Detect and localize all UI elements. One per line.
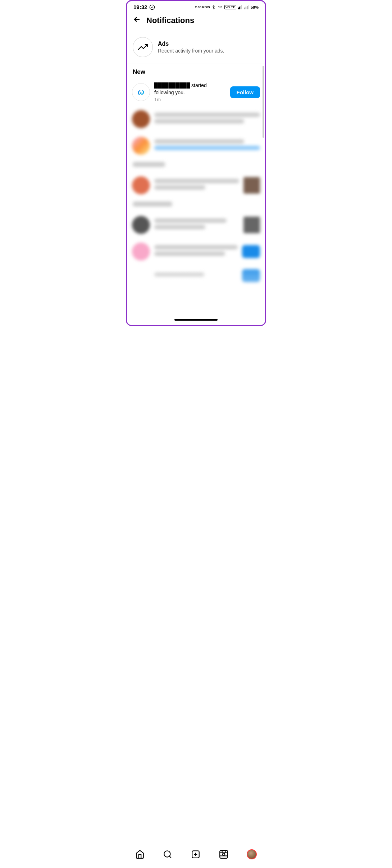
check-circle-icon xyxy=(149,4,155,10)
blurred-line-1a xyxy=(154,113,260,117)
header: Notifications xyxy=(127,12,265,31)
svg-rect-2 xyxy=(238,8,239,9)
blurred-content-3 xyxy=(154,179,239,192)
blurred-line-3a xyxy=(154,179,239,183)
notif-main-text: ██████████ started following you. xyxy=(154,82,226,96)
user-avatar-w: ω xyxy=(132,83,150,101)
volte-badge: VoLTE xyxy=(224,5,236,9)
ads-subtitle: Recent activity from your ads. xyxy=(158,48,224,54)
blurred-line-2b xyxy=(154,146,260,150)
blurred-btn-5 xyxy=(242,245,260,258)
svg-rect-6 xyxy=(245,8,245,9)
status-time: 19:32 xyxy=(133,4,147,10)
blurred-content-1 xyxy=(154,113,260,126)
status-icons: 2.00 KB/S VoLTE 58% xyxy=(195,4,259,10)
network-speed: 2.00 KB/S xyxy=(195,5,210,9)
home-indicator xyxy=(174,319,218,321)
blurred-notif-5 xyxy=(127,238,265,265)
blurred-content-6 xyxy=(154,272,238,279)
wifi-icon xyxy=(217,5,223,9)
blurred-thumb-3 xyxy=(243,177,260,194)
svg-rect-8 xyxy=(247,6,247,9)
home-indicator-area xyxy=(127,315,265,325)
blurred-notif-2 xyxy=(127,132,265,159)
status-bar: 19:32 2.00 KB/S VoLTE 58% xyxy=(127,1,265,12)
svg-rect-4 xyxy=(240,6,241,9)
blurred-section-line-2 xyxy=(133,202,172,207)
svg-rect-3 xyxy=(239,6,240,9)
blurred-avatar-2 xyxy=(132,137,150,155)
svg-rect-7 xyxy=(246,6,246,9)
blurred-notif-1 xyxy=(127,106,265,132)
notif-username: ██████████ xyxy=(154,82,190,88)
bluetooth-icon xyxy=(211,4,216,10)
blurred-notif-3 xyxy=(127,172,265,199)
blurred-line-5a xyxy=(154,245,238,249)
blurred-content-4 xyxy=(154,218,239,231)
new-section-label: New xyxy=(127,63,265,78)
blurred-notif-6 xyxy=(127,265,265,286)
blurred-line-3b xyxy=(154,185,205,190)
blurred-avatar-3 xyxy=(132,176,150,194)
blurred-thumb-4 xyxy=(243,217,260,233)
blurred-line-5b xyxy=(154,252,225,256)
svg-rect-9 xyxy=(248,5,249,9)
blurred-content-2 xyxy=(154,139,260,152)
ads-icon xyxy=(133,37,153,57)
svg-rect-5 xyxy=(241,5,242,9)
blurred-line-2a xyxy=(154,139,244,144)
signal2-icon xyxy=(244,5,249,9)
ads-section[interactable]: Ads Recent activity from your ads. xyxy=(127,31,265,63)
follow-notification-item: ω ██████████ started following you. 1m F… xyxy=(127,78,265,106)
ads-title: Ads xyxy=(158,41,224,47)
blurred-line-4b xyxy=(154,225,205,229)
blurred-content-5 xyxy=(154,245,238,258)
blurred-line-1b xyxy=(154,119,244,123)
notif-time: 1m xyxy=(154,97,226,102)
battery-pct: 58% xyxy=(251,5,259,9)
blurred-section-label xyxy=(127,159,265,172)
content-area: Ads Recent activity from your ads. New ω… xyxy=(127,31,265,315)
follow-button[interactable]: Follow xyxy=(230,86,260,98)
blurred-avatar-5 xyxy=(132,243,150,261)
blurred-section-label-2 xyxy=(127,199,265,212)
blurred-section-line xyxy=(133,162,165,167)
ads-text: Ads Recent activity from your ads. xyxy=(158,41,224,54)
w-logo-letter: ω xyxy=(138,87,144,97)
blurred-notif-4 xyxy=(127,212,265,238)
page-title: Notifications xyxy=(146,16,194,25)
blurred-avatar-4 xyxy=(132,216,150,234)
blurred-avatar-1 xyxy=(132,110,150,128)
blurred-line-4a xyxy=(154,218,227,223)
blurred-line-6a xyxy=(154,272,204,277)
notif-text-content: ██████████ started following you. 1m xyxy=(154,82,226,102)
back-button[interactable] xyxy=(133,15,141,26)
signal-icon xyxy=(238,5,243,9)
blurred-btn-6 xyxy=(242,269,260,282)
